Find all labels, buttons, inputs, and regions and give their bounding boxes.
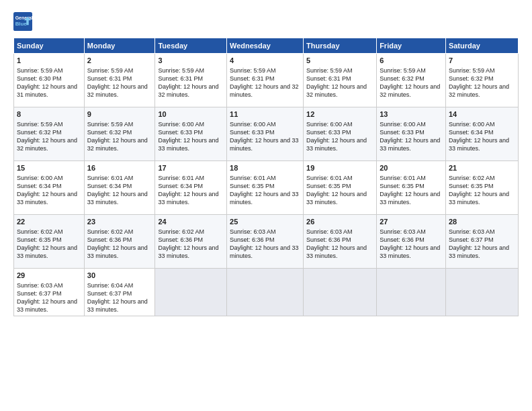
day-number: 8 — [17, 109, 81, 120]
daylight-label: Daylight: 12 hours and 32 minutes. — [87, 137, 148, 152]
sunset: Sunset: 6:35 PM — [449, 183, 494, 189]
daylight-label: Daylight: 12 hours and 31 minutes. — [17, 83, 77, 98]
sunset: Sunset: 6:32 PM — [449, 75, 494, 82]
sunrise: Sunrise: 6:00 AM — [230, 121, 276, 128]
calendar-cell: 20Sunrise: 6:01 AMSunset: 6:35 PMDayligh… — [377, 161, 446, 215]
calendar-cell: 19Sunrise: 6:01 AMSunset: 6:35 PMDayligh… — [304, 161, 377, 215]
day-number: 22 — [17, 217, 81, 227]
day-number: 25 — [230, 217, 300, 227]
calendar-cell: 5Sunrise: 5:59 AMSunset: 6:31 PMDaylight… — [304, 54, 377, 107]
daylight-label: Daylight: 12 hours and 33 minutes. — [380, 244, 440, 259]
daylight-label: Daylight: 12 hours and 33 minutes. — [17, 191, 77, 205]
sunrise: Sunrise: 6:00 AM — [158, 121, 204, 128]
sunset: Sunset: 6:33 PM — [230, 129, 275, 136]
sunrise: Sunrise: 6:01 AM — [87, 175, 134, 181]
sunrise: Sunrise: 5:59 AM — [87, 121, 134, 128]
day-number: 12 — [306, 109, 373, 120]
calendar-cell: 2Sunrise: 5:59 AMSunset: 6:31 PMDaylight… — [84, 54, 155, 107]
day-number: 9 — [87, 109, 152, 120]
day-number: 1 — [17, 56, 81, 66]
calendar-cell — [304, 269, 377, 316]
sunrise: Sunrise: 5:59 AM — [449, 67, 495, 74]
daylight-label: Daylight: 12 hours and 32 minutes. — [449, 83, 509, 98]
calendar-cell — [155, 269, 227, 316]
sunrise: Sunrise: 6:02 AM — [17, 228, 63, 235]
calendar-cell: 18Sunrise: 6:01 AMSunset: 6:35 PMDayligh… — [227, 161, 304, 215]
daylight-label: Daylight: 12 hours and 33 minutes. — [87, 244, 148, 259]
logo: General Blue — [13, 12, 35, 31]
calendar-cell: 7Sunrise: 5:59 AMSunset: 6:32 PMDaylight… — [445, 54, 518, 107]
day-number: 17 — [158, 163, 224, 173]
day-number: 7 — [449, 56, 515, 66]
sunset: Sunset: 6:35 PM — [380, 183, 425, 189]
calendar-cell — [377, 269, 446, 316]
day-header-saturday: Saturday — [445, 38, 518, 54]
sunrise: Sunrise: 6:00 AM — [449, 121, 495, 128]
day-header-row: SundayMondayTuesdayWednesdayThursdayFrid… — [14, 38, 519, 54]
daylight-label: Daylight: 12 hours and 32 minutes. — [87, 83, 148, 98]
calendar-cell: 23Sunrise: 6:02 AMSunset: 6:36 PMDayligh… — [84, 215, 155, 269]
sunrise: Sunrise: 6:00 AM — [380, 121, 426, 128]
sunrise: Sunrise: 6:02 AM — [158, 228, 204, 235]
daylight-label: Daylight: 12 hours and 32 minutes. — [230, 83, 299, 98]
calendar-cell: 16Sunrise: 6:01 AMSunset: 6:34 PMDayligh… — [84, 161, 155, 215]
daylight-label: Daylight: 12 hours and 32 minutes. — [17, 137, 77, 152]
sunset: Sunset: 6:31 PM — [230, 75, 275, 82]
sunrise: Sunrise: 5:59 AM — [87, 67, 134, 74]
sunset: Sunset: 6:33 PM — [380, 129, 425, 136]
daylight-label: Daylight: 12 hours and 33 minutes. — [17, 244, 77, 259]
sunset: Sunset: 6:35 PM — [306, 183, 351, 189]
calendar-cell — [227, 269, 304, 316]
daylight-label: Daylight: 12 hours and 33 minutes. — [449, 137, 509, 152]
week-row-2: 8Sunrise: 5:59 AMSunset: 6:32 PMDaylight… — [14, 107, 519, 161]
sunrise: Sunrise: 6:03 AM — [306, 228, 353, 235]
sunset: Sunset: 6:34 PM — [449, 129, 494, 136]
calendar-cell: 17Sunrise: 6:01 AMSunset: 6:34 PMDayligh… — [155, 161, 227, 215]
calendar-cell: 27Sunrise: 6:03 AMSunset: 6:36 PMDayligh… — [377, 215, 446, 269]
calendar-table: SundayMondayTuesdayWednesdayThursdayFrid… — [13, 38, 519, 316]
sunset: Sunset: 6:33 PM — [306, 129, 351, 136]
calendar-cell: 14Sunrise: 6:00 AMSunset: 6:34 PMDayligh… — [445, 107, 518, 161]
daylight-label: Daylight: 12 hours and 33 minutes. — [87, 298, 148, 313]
daylight-label: Daylight: 12 hours and 33 minutes. — [306, 137, 367, 152]
daylight-label: Daylight: 12 hours and 33 minutes. — [230, 244, 299, 259]
day-number: 2 — [87, 56, 152, 66]
day-number: 6 — [380, 56, 443, 66]
daylight-label: Daylight: 12 hours and 32 minutes. — [380, 83, 440, 98]
week-row-5: 29Sunrise: 6:03 AMSunset: 6:37 PMDayligh… — [14, 269, 519, 316]
sunrise: Sunrise: 5:59 AM — [17, 121, 63, 128]
day-number: 21 — [449, 163, 515, 173]
sunrise: Sunrise: 5:59 AM — [306, 67, 353, 74]
sunrise: Sunrise: 6:03 AM — [17, 282, 63, 289]
calendar-cell: 13Sunrise: 6:00 AMSunset: 6:33 PMDayligh… — [377, 107, 446, 161]
sunrise: Sunrise: 5:59 AM — [17, 67, 63, 74]
daylight-label: Daylight: 12 hours and 33 minutes. — [87, 191, 148, 205]
calendar-cell: 24Sunrise: 6:02 AMSunset: 6:36 PMDayligh… — [155, 215, 227, 269]
sunset: Sunset: 6:36 PM — [158, 236, 203, 243]
day-number: 14 — [449, 109, 515, 120]
day-number: 28 — [449, 217, 515, 227]
sunset: Sunset: 6:36 PM — [380, 236, 425, 243]
sunset: Sunset: 6:35 PM — [230, 183, 275, 189]
sunrise: Sunrise: 6:03 AM — [380, 228, 426, 235]
sunrise: Sunrise: 6:01 AM — [158, 175, 204, 181]
daylight-label: Daylight: 12 hours and 33 minutes. — [158, 137, 218, 152]
day-header-monday: Monday — [84, 38, 155, 54]
daylight-label: Daylight: 12 hours and 33 minutes. — [17, 298, 77, 313]
sunset: Sunset: 6:33 PM — [158, 129, 203, 136]
calendar-cell: 1Sunrise: 5:59 AMSunset: 6:30 PMDaylight… — [14, 54, 85, 107]
calendar-cell — [445, 269, 518, 316]
daylight-label: Daylight: 12 hours and 33 minutes. — [230, 191, 299, 205]
calendar-cell: 22Sunrise: 6:02 AMSunset: 6:35 PMDayligh… — [14, 215, 85, 269]
sunset: Sunset: 6:36 PM — [87, 236, 132, 243]
sunrise: Sunrise: 6:01 AM — [380, 175, 426, 181]
week-row-1: 1Sunrise: 5:59 AMSunset: 6:30 PMDaylight… — [14, 54, 519, 107]
day-number: 13 — [380, 109, 443, 120]
sunrise: Sunrise: 5:59 AM — [230, 67, 276, 74]
sunset: Sunset: 6:36 PM — [230, 236, 275, 243]
day-number: 29 — [17, 271, 81, 281]
daylight-label: Daylight: 12 hours and 33 minutes. — [158, 244, 218, 259]
week-row-3: 15Sunrise: 6:00 AMSunset: 6:34 PMDayligh… — [14, 161, 519, 215]
day-number: 20 — [380, 163, 443, 173]
day-number: 27 — [380, 217, 443, 227]
